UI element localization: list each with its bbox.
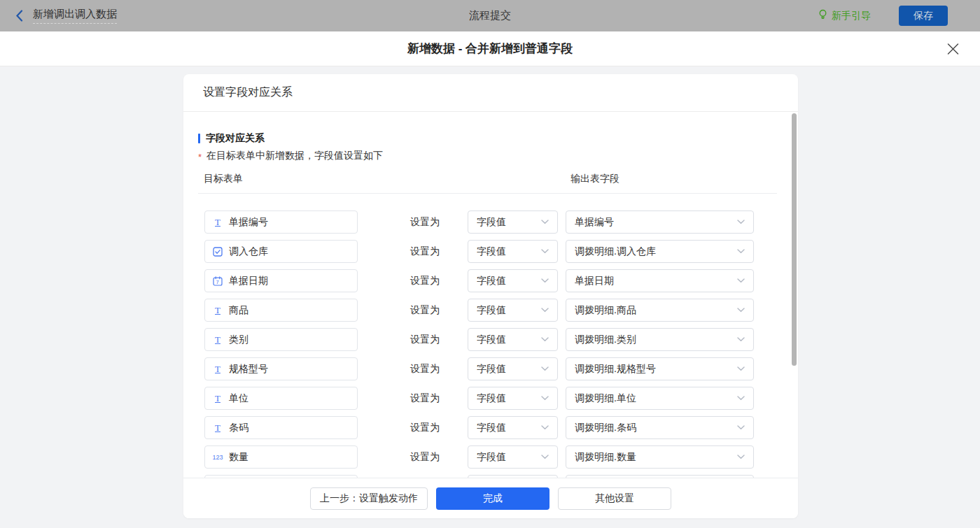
field-mapping-row: T 7 123 单据日期 设置为 字段值 单据日期 (198, 269, 798, 292)
close-icon[interactable] (947, 43, 959, 55)
target-field-box[interactable]: T 7 123 数量 (204, 445, 358, 469)
set-as-label: 设置为 (410, 422, 440, 434)
target-field-box[interactable]: T 7 123 商品 (204, 299, 358, 322)
target-field-box[interactable]: T 7 123 规格型号 (204, 357, 358, 380)
set-as-label: 设置为 (410, 334, 440, 346)
field-mapping-row: T 7 123 调入仓库 设置为 字段值 调拨明细.调入仓库 (198, 240, 798, 263)
value-type-label: 字段值 (477, 275, 536, 287)
text-field-icon: T (212, 364, 223, 375)
chevron-down-icon (541, 249, 549, 254)
panel-footer: 上一步：设置触发动作 完成 其他设置 (183, 478, 798, 518)
process-submit-label: 流程提交 (469, 9, 511, 22)
text-field-icon: T (212, 422, 223, 434)
value-type-label: 字段值 (477, 245, 536, 258)
set-as-label: 设置为 (410, 363, 440, 376)
chevron-down-icon (737, 455, 745, 459)
field-mapping-row: T 7 123 类别 设置为 字段值 调拨明细.类别 (198, 328, 798, 351)
value-type-select[interactable]: 字段值 (468, 445, 558, 469)
output-field-label: 调拨明细.商品 (575, 304, 732, 317)
value-type-select[interactable]: 字段值 (468, 240, 558, 263)
target-field-box[interactable]: T 7 123 条码 (204, 416, 358, 439)
chevron-down-icon (541, 337, 549, 342)
back-button[interactable]: 新增调出调入数据 (15, 8, 117, 24)
output-field-select[interactable]: 调拨明细.商品 (566, 299, 754, 322)
text-field-icon: T (212, 393, 223, 404)
required-note: * 在目标表单中新增数据，字段值设置如下 (198, 150, 798, 162)
value-type-select[interactable]: 字段值 (468, 328, 558, 351)
target-field-label: 条码 (229, 422, 248, 434)
target-field-label: 单据编号 (229, 216, 268, 229)
output-field-select[interactable]: 单据日期 (566, 269, 754, 292)
output-field-select[interactable]: 调拨明细.类别 (566, 328, 754, 351)
target-field-box[interactable]: T 7 123 类别 (204, 328, 358, 351)
value-type-select[interactable]: 字段值 (468, 416, 558, 439)
output-field-select[interactable]: 调拨明细.条码 (566, 416, 754, 439)
value-type-select[interactable]: 字段值 (468, 387, 558, 410)
required-asterisk: * (198, 152, 202, 162)
target-field-label: 单位 (229, 392, 248, 405)
select-field-icon (212, 247, 223, 257)
output-field-select[interactable]: 调拨明细.数量 (566, 445, 754, 469)
chevron-down-icon (541, 366, 549, 371)
save-button[interactable]: 保存 (899, 6, 948, 26)
chevron-down-icon (737, 308, 745, 313)
output-field-select[interactable]: 单据编号 (566, 211, 754, 234)
target-field-box[interactable]: T 7 123 调入仓库 (204, 240, 358, 263)
chevron-down-icon (737, 366, 745, 371)
field-mapping-rows: T 7 123 单据编号 设置为 字段值 单据编号 T (198, 211, 798, 478)
value-type-select[interactable]: 字段值 (468, 269, 558, 292)
panel-header-title: 设置字段对应关系 (183, 74, 798, 112)
column-header-target-form: 目标表单 (204, 173, 243, 185)
set-as-label: 设置为 (410, 451, 440, 464)
output-field-select[interactable]: 调拨明细.单位 (566, 387, 754, 410)
vertical-scrollbar-thumb[interactable] (792, 113, 797, 366)
modal-title: 新增数据 - 合并新增到普通字段 (407, 41, 573, 57)
target-field-label: 单据日期 (229, 275, 268, 287)
field-mapping-row: T 7 123 规格型号 设置为 字段值 调拨明细.规格型号 (198, 357, 798, 380)
target-field-label: 类别 (229, 334, 248, 346)
section-accent-bar (198, 134, 200, 143)
set-as-label: 设置为 (410, 304, 440, 317)
output-field-select[interactable]: 调拨明细.规格型号 (566, 357, 754, 380)
value-type-select[interactable]: 字段值 (468, 357, 558, 380)
value-type-label: 字段值 (477, 451, 536, 464)
value-type-label: 字段值 (477, 422, 536, 434)
chevron-down-icon (541, 220, 549, 224)
target-field-box[interactable]: T 7 123 单位 (204, 387, 358, 410)
flow-title[interactable]: 新增调出调入数据 (33, 8, 117, 24)
field-mapping-row: T 7 123 单位 设置为 字段值 调拨明细.单位 (198, 387, 798, 410)
mapping-scroll-area: 字段对应关系 * 在目标表单中新增数据，字段值设置如下 目标表单 输出表字段 T… (183, 112, 798, 478)
previous-step-button[interactable]: 上一步：设置触发动作 (310, 487, 428, 510)
text-field-icon: T (212, 217, 223, 228)
top-app-bar: 新增调出调入数据 流程提交 新手引导 保存 (0, 0, 980, 31)
chevron-down-icon (541, 308, 549, 313)
target-field-label: 调入仓库 (229, 245, 268, 258)
output-field-label: 调拨明细.数量 (575, 451, 732, 464)
value-type-label: 字段值 (477, 216, 536, 229)
done-button[interactable]: 完成 (436, 487, 550, 510)
field-mapping-row: T 7 123 数量 设置为 字段值 调拨明细.数量 (198, 445, 798, 469)
target-field-box[interactable]: T 7 123 单据日期 (204, 269, 358, 292)
field-mapping-panel: 设置字段对应关系 字段对应关系 * 在目标表单中新增数据，字段值设置如下 目标表… (183, 74, 798, 518)
target-field-label: 商品 (229, 304, 248, 317)
output-field-label: 单据日期 (575, 275, 732, 287)
beginner-guide-button[interactable]: 新手引导 (818, 9, 871, 22)
chevron-down-icon (737, 278, 745, 283)
target-field-box[interactable]: T 7 123 单据编号 (204, 211, 358, 234)
output-field-label: 调拨明细.规格型号 (575, 363, 732, 376)
chevron-down-icon (737, 337, 745, 342)
chevron-down-icon (541, 425, 549, 430)
output-field-select[interactable]: 调拨明细.调入仓库 (566, 240, 754, 263)
modal-body: 设置字段对应关系 字段对应关系 * 在目标表单中新增数据，字段值设置如下 目标表… (0, 66, 980, 528)
value-type-label: 字段值 (477, 392, 536, 405)
value-type-select[interactable]: 字段值 (468, 299, 558, 322)
field-mapping-row: T 7 123 条码 设置为 字段值 调拨明细.条码 (198, 416, 798, 439)
chevron-down-icon (541, 396, 549, 401)
value-type-select[interactable]: 字段值 (468, 211, 558, 234)
section-title: 字段对应关系 (198, 133, 798, 144)
chevron-down-icon (737, 396, 745, 401)
output-field-label: 调拨明细.单位 (575, 392, 732, 405)
text-field-icon: T (212, 305, 223, 316)
other-settings-button[interactable]: 其他设置 (558, 487, 671, 510)
note-text: 在目标表单中新增数据，字段值设置如下 (206, 150, 383, 162)
